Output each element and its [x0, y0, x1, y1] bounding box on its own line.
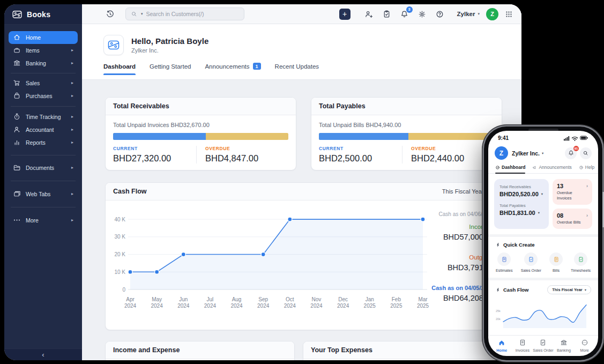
user-avatar[interactable]: Z	[486, 8, 498, 20]
chevron-right-icon: ▸	[71, 128, 73, 132]
phone-tab-dashboard[interactable]: Dashboard	[495, 165, 525, 173]
phone-nav-home[interactable]: Home	[491, 339, 512, 353]
sidebar-item-home[interactable]: Home	[9, 31, 78, 44]
recent-history-icon[interactable]	[106, 10, 115, 19]
megaphone-icon	[532, 165, 537, 170]
phone-quick-create-section: Quick Create Estimates Sales Order Bills	[488, 234, 598, 278]
sidebar-divider	[11, 106, 76, 107]
phone-payables-value[interactable]: BHD1,831.00 ▾	[499, 210, 543, 216]
sidebar-item-banking[interactable]: Banking▸	[9, 57, 78, 70]
apps-grid-icon[interactable]	[505, 10, 513, 18]
phone-search-icon[interactable]	[580, 147, 592, 159]
home-icon	[13, 33, 21, 42]
overdue-bills-label: Overdue Bills	[557, 220, 588, 225]
org-switcher[interactable]: Zylker ▾	[457, 11, 480, 17]
sidebar-item-more[interactable]: More▸	[9, 214, 78, 227]
sidebar-item-sales[interactable]: Sales▸	[9, 77, 78, 90]
overdue-label: OVERDUE	[205, 146, 288, 151]
phone-tab-announcements[interactable]: Announcements	[532, 165, 571, 173]
home-filled-icon	[498, 339, 505, 346]
phone-org-switcher[interactable]: Zylker Inc. ▾	[512, 150, 543, 157]
phone-fiscal-year-dropdown[interactable]: This Fiscal Year ▾	[547, 285, 591, 294]
tab-getting-started[interactable]: Getting Started	[150, 63, 191, 75]
phone-org-avatar[interactable]: Z	[495, 146, 508, 160]
phone-receivables-value[interactable]: BHD20,520.00 ▾	[499, 191, 543, 197]
chevron-right-icon: ▸	[71, 115, 73, 119]
help-circle-icon	[579, 165, 584, 170]
settings-gear-icon[interactable]	[417, 10, 427, 19]
sidebar-item-items[interactable]: Items▸	[9, 44, 78, 57]
search-scope-caret-icon[interactable]: ▾	[141, 12, 143, 16]
phone-notifications-bell-icon[interactable]: 91	[565, 147, 577, 159]
sidebar-item-documents[interactable]: Documents▸	[9, 161, 78, 174]
svg-text:Sep2024: Sep2024	[257, 296, 270, 309]
overdue-invoices-label: Overdue Invoices	[557, 190, 588, 201]
sidebar-item-accountant[interactable]: Accountant▸	[9, 123, 78, 136]
sidebar-divider	[11, 73, 76, 73]
svg-text:May2024: May2024	[151, 296, 163, 309]
overdue-bills-count: 08	[557, 212, 563, 219]
bar-chart-icon	[13, 138, 21, 147]
ellipsis-icon	[13, 216, 21, 225]
income-expense-card: Income and Expense	[105, 341, 295, 360]
chevron-down-icon: ▾	[542, 151, 543, 155]
timesheet-doc-icon	[578, 256, 584, 263]
global-search[interactable]: ▾	[125, 8, 244, 20]
phone-overdue-bills-card[interactable]: 08 › Overdue Bills	[553, 209, 592, 229]
phone-nav-more[interactable]: More	[574, 339, 595, 353]
phone-totals-card[interactable]: Total Receivables BHD20,520.00 ▾ Total P…	[494, 179, 549, 229]
payables-overdue-value: BHD2,440.00	[411, 153, 494, 164]
phone-nav-banking[interactable]: Banking	[554, 339, 575, 353]
phone-tab-help[interactable]: Help	[579, 165, 594, 173]
sales-order-doc-icon	[528, 256, 534, 263]
help-icon[interactable]	[435, 10, 444, 19]
dashboard-tabs: Dashboard Getting Started Announcements …	[103, 63, 521, 75]
receivables-progress-bar	[113, 133, 288, 140]
sales-order-doc-icon	[539, 339, 547, 346]
chevron-down-icon: ▾	[478, 12, 480, 16]
notifications-bell-icon[interactable]: 3	[400, 10, 409, 19]
phone-cash-flow-section: Cash Flow This Fiscal Year ▾ 25k20k	[488, 278, 598, 335]
svg-text:0: 0	[122, 287, 125, 293]
svg-text:40 K: 40 K	[114, 217, 125, 222]
invite-user-icon[interactable]	[364, 10, 374, 19]
phone-nav-invoices[interactable]: Invoices	[512, 339, 533, 353]
sidebar-item-purchases[interactable]: Purchases▸	[9, 90, 78, 102]
svg-text:20k: 20k	[496, 318, 501, 321]
chevron-right-icon: ▸	[71, 218, 73, 222]
quick-create-bills[interactable]: Bills	[549, 252, 563, 273]
chevron-right-icon: ›	[586, 183, 588, 189]
sidebar: Books Home Items▸ Banking▸ Sales▸ P	[4, 4, 82, 360]
phone-overdue-invoices-card[interactable]: 13 › Overdue Invoices	[553, 179, 592, 205]
payables-card-title: Total Payables	[311, 98, 502, 115]
sidebar-divider	[11, 155, 76, 155]
unpaid-bills-summary: Total Unpaid Bills BHD4,940.00	[319, 122, 494, 128]
quick-create-timesheets[interactable]: Timesheets	[571, 252, 591, 273]
chevron-down-icon: ▾	[541, 192, 543, 196]
tab-recent-updates[interactable]: Recent Updates	[275, 63, 319, 75]
phone-notification-badge: 91	[573, 146, 579, 151]
tasks-icon[interactable]	[382, 10, 391, 19]
quick-create-estimates[interactable]: Estimates	[496, 252, 513, 273]
phone-nav-sales-order[interactable]: Sales Order	[533, 339, 554, 353]
quick-create-button[interactable]: +	[339, 9, 351, 20]
tab-announcements[interactable]: Announcements 1	[205, 63, 260, 75]
chevron-right-icon: ▸	[71, 81, 73, 85]
top-expenses-title: Your Top Expenses	[303, 341, 502, 359]
tab-dashboard[interactable]: Dashboard	[103, 63, 136, 75]
phone-cash-flow-chart: 25k20k	[495, 297, 587, 328]
svg-text:Jul2024: Jul2024	[204, 296, 217, 309]
payables-progress-bar	[319, 133, 494, 140]
sidebar-item-time-tracking[interactable]: Time Tracking▸	[9, 110, 78, 123]
sidebar-item-web-tabs[interactable]: Web Tabs▸	[9, 188, 78, 200]
sidebar-item-reports[interactable]: Reports▸	[9, 136, 78, 149]
search-input[interactable]	[146, 11, 239, 17]
quick-create-sales-order[interactable]: Sales Order	[521, 252, 541, 273]
receivables-current-value: BHD27,320.00	[113, 153, 196, 164]
estimate-doc-icon	[501, 256, 508, 263]
bill-doc-icon	[553, 256, 560, 263]
chevron-right-icon: ▸	[71, 61, 73, 65]
greeting-section: Hello, Patricia Boyle Zylker Inc. Dashbo…	[82, 24, 521, 80]
status-time: 9:41	[498, 135, 509, 141]
collapse-sidebar-button[interactable]: ‹	[4, 348, 82, 360]
